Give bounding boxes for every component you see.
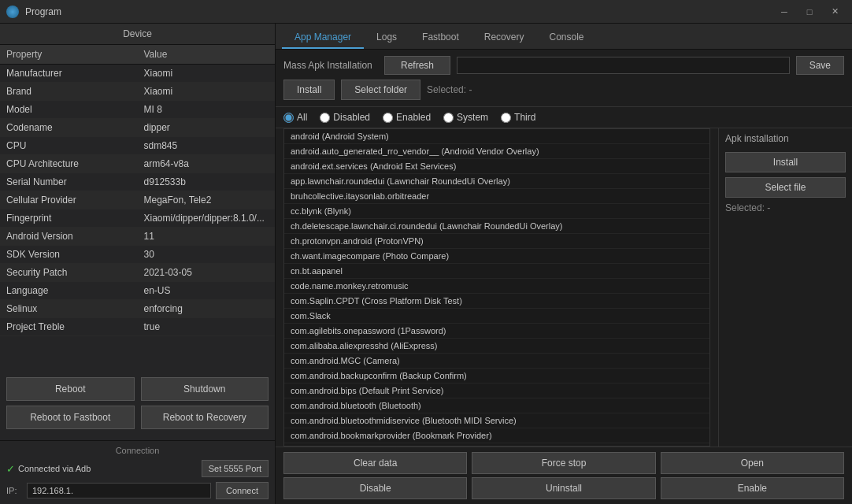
tab-logs[interactable]: Logs [364,27,409,49]
table-row: true [138,318,276,336]
mass-selected-label: Selected: - [427,84,472,95]
select-folder-button[interactable]: Select folder [341,80,420,100]
open-button[interactable]: Open [661,452,844,474]
tab-recovery[interactable]: Recovery [472,27,537,49]
filter-third[interactable]: Third [501,112,535,123]
table-row: Security Patch [0,264,138,282]
disable-button[interactable]: Disable [283,477,467,499]
titlebar: Program ─ □ ✕ [0,0,852,24]
single-install-button[interactable]: Install [725,152,846,172]
reboot-recovery-button[interactable]: Reboot to Recovery [141,406,269,429]
list-item[interactable]: cc.blynk (Blynk) [284,204,709,219]
right-panel: App Manager Logs Fastboot Recovery Conso… [276,24,852,504]
list-item[interactable]: com.android.backupconfirm (Backup Confir… [284,369,709,384]
table-row: Serial Number [0,173,138,191]
table-row: Language [0,282,138,300]
list-item[interactable]: cn.bt.aapanel [284,264,709,279]
connection-title: Connection [6,446,269,455]
enable-button[interactable]: Enable [661,477,844,499]
list-item[interactable]: android.ext.services (Android Ext Servic… [284,159,709,174]
list-item[interactable]: com.alibaba.aliexpresshd (AliExpress) [284,339,709,354]
table-row: Project Treble [0,318,138,336]
list-item[interactable]: com.Saplin.CPDT (Cross Platform Disk Tes… [284,294,709,309]
list-item[interactable]: com.android.bluetooth (Bluetooth) [284,398,709,413]
set-port-button[interactable]: Set 5555 Port [202,460,269,477]
table-row: Cellular Provider [0,191,138,209]
app-manager-panel: Mass Apk Installation Refresh Save Insta… [276,50,852,504]
shutdown-button[interactable]: Shutdown [141,377,269,401]
list-item[interactable]: com.android.MGC (Camera) [284,354,709,369]
list-item[interactable]: ch.deletescape.lawnchair.ci.roundedui (L… [284,219,709,234]
table-row: Codename [0,119,138,137]
list-item[interactable]: android.auto_generated_rro_vendor__ (And… [284,144,709,159]
window-controls: ─ □ ✕ [773,4,846,20]
list-item[interactable]: com.android.bips (Default Print Service) [284,384,709,398]
mass-install-button[interactable]: Install [283,80,335,100]
table-row: sdm845 [138,137,276,155]
table-row: Xiaomi [138,65,276,83]
clear-data-button[interactable]: Clear data [283,452,467,474]
uninstall-button[interactable]: Uninstall [472,477,655,499]
list-item[interactable]: ch.protonvpn.android (ProtonVPN) [284,234,709,249]
ip-row: IP: Connect [6,482,269,499]
table-row: Xiaomi/dipper/dipper:8.1.0/... [138,209,276,228]
table-row: 11 [138,228,276,246]
app-title: Program [25,6,773,17]
reboot-fastboot-button[interactable]: Reboot to Fastboot [6,406,135,429]
table-row: Brand [0,83,138,101]
list-item[interactable]: app.lawnchair.roundedui (Lawnchair Round… [284,174,709,189]
filter-system-label: System [457,112,488,123]
list-item[interactable]: com.agilebits.onepassword (1Password) [284,324,709,339]
device-table: Property Value ManufacturerXiaomiBrandXi… [0,45,275,371]
table-row: 30 [138,246,276,264]
list-item[interactable]: bruhcollective.itaysonlab.orbitreader [284,189,709,204]
ip-input[interactable] [27,483,211,498]
list-item[interactable]: code.name.monkey.retromusic [284,279,709,294]
filter-disabled-radio[interactable] [320,113,330,123]
maximize-button[interactable]: □ [798,4,821,20]
list-item[interactable]: com.android.bluetoothmidiservice (Blueto… [284,413,709,428]
filter-enabled-radio[interactable] [383,113,393,123]
reboot-button[interactable]: Reboot [6,377,135,401]
single-apk-panel: Apk installation Install Select file Sel… [718,128,852,447]
list-item[interactable]: com.Slack [284,309,709,324]
app-list[interactable]: android (Android System)android.auto_gen… [283,128,710,447]
filter-all-label: All [297,112,307,123]
mass-apk-section: Mass Apk Installation Refresh Save Insta… [276,50,852,107]
tab-fastboot[interactable]: Fastboot [409,27,472,49]
force-stop-button[interactable]: Force stop [472,452,655,474]
list-item[interactable]: com.android.bookmarkprovider (Bookmark P… [284,428,709,443]
app-icon [6,6,19,18]
save-button[interactable]: Save [796,56,844,75]
tab-app-manager[interactable]: App Manager [282,27,364,49]
table-row: CPU [0,137,138,155]
filter-system-radio[interactable] [443,113,454,123]
tab-console[interactable]: Console [536,27,596,49]
mass-install-row: Install Select folder Selected: - [283,80,844,100]
filter-third-radio[interactable] [501,113,511,123]
table-row: enforcing [138,300,276,318]
single-selected-label: Selected: - [725,202,846,213]
filter-all[interactable]: All [283,112,307,123]
search-input[interactable] [457,57,790,74]
filter-disabled[interactable]: Disabled [320,112,370,123]
select-file-button[interactable]: Select file [725,177,846,198]
filter-system[interactable]: System [443,112,488,123]
left-buttons: Reboot Shutdown Reboot to Fastboot Reboo… [0,371,275,440]
filter-all-radio[interactable] [283,113,294,123]
table-row: MI 8 [138,101,276,119]
action-buttons: Clear data Force stop Open Disable Unins… [276,447,852,504]
close-button[interactable]: ✕ [824,4,846,20]
refresh-button[interactable]: Refresh [384,56,450,75]
tabs: App Manager Logs Fastboot Recovery Conso… [276,24,852,50]
list-item[interactable]: ch.want.imagecompare (Photo Compare) [284,249,709,264]
connection-status-row: ✓ Connected via Adb Set 5555 Port [6,460,269,477]
table-row: Model [0,101,138,119]
left-panel: Device Property Value ManufacturerXiaomi… [0,24,276,504]
connect-button[interactable]: Connect [216,482,269,499]
connected-text: Connected via Adb [18,464,91,473]
minimize-button[interactable]: ─ [773,4,795,20]
filter-enabled[interactable]: Enabled [383,112,431,123]
table-row: 2021-03-05 [138,264,276,282]
list-item[interactable]: android (Android System) [284,129,709,144]
